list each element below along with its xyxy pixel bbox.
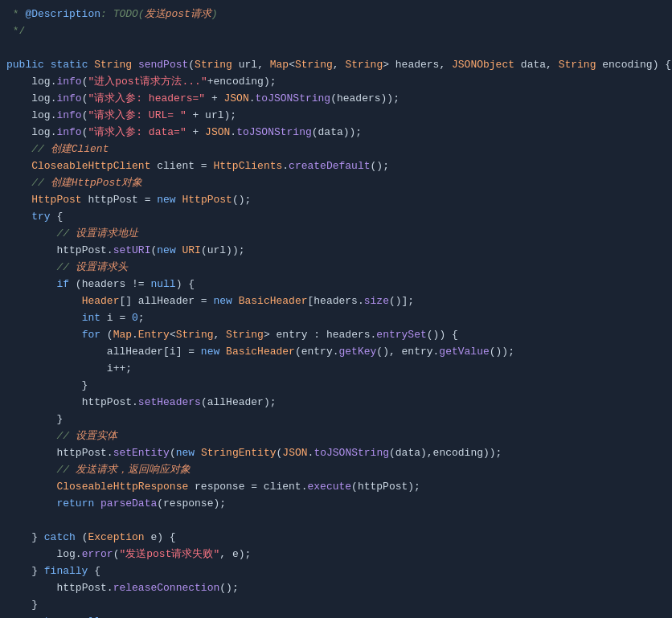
code-line: // 创建HttpPost对象 — [0, 175, 672, 192]
code-line: allHeader[i] = new BasicHeader(entry.get… — [0, 344, 672, 361]
code-line: */ — [0, 23, 672, 40]
code-line: Header[] allHeader = new BasicHeader[hea… — [0, 293, 672, 310]
code-line: if (headers != null) { — [0, 276, 672, 293]
code-line: try { — [0, 209, 672, 226]
code-line: log.info("请求入参: data=" + JSON.toJSONStri… — [0, 125, 672, 141]
code-line: i++; — [0, 361, 672, 378]
code-line: // 设置请求地址 — [0, 226, 672, 243]
code-line: for (Map.Entry<String, String> entry : h… — [0, 327, 672, 344]
code-container: * @Description: TODO(发送post请求) */ public… — [0, 0, 672, 618]
code-line: CloseableHttpClient client = HttpClients… — [0, 158, 672, 175]
code-line — [0, 40, 672, 57]
code-line: log.error("发送post请求失败", e); — [0, 546, 672, 563]
code-line: httpPost.setURI(new URI(url)); — [0, 243, 672, 260]
code-line: public static String sendPost(String url… — [0, 57, 672, 74]
code-line: log.info("进入post请求方法..."+encoding); — [0, 74, 672, 91]
code-line: HttpPost httpPost = new HttpPost(); — [0, 192, 672, 209]
code-line: log.info("请求入参: URL= " + url); — [0, 108, 672, 125]
code-line: } — [0, 597, 672, 614]
code-line: * @Description: TODO(发送post请求) — [0, 6, 672, 23]
code-line: // 设置实体 — [0, 428, 672, 445]
code-line: httpPost.setEntity(new StringEntity(JSON… — [0, 445, 672, 462]
code-line: log.info("请求入参: headers=" + JSON.toJSONS… — [0, 91, 672, 108]
code-line: CloseableHttpResponse response = client.… — [0, 479, 672, 496]
code-line: httpPost.setHeaders(allHeader); — [0, 395, 672, 411]
code-line: httpPost.releaseConnection(); — [0, 580, 672, 597]
code-line: // 设置请求头 — [0, 260, 672, 276]
code-line: // 发送请求，返回响应对象 — [0, 462, 672, 479]
code-line — [0, 513, 672, 530]
code-block: * @Description: TODO(发送post请求) */ public… — [0, 6, 672, 618]
code-line: } finally { — [0, 563, 672, 580]
code-line: return null; — [0, 614, 672, 618]
code-line: } — [0, 411, 672, 428]
code-line: // 创建Client — [0, 141, 672, 158]
code-line: } catch (Exception e) { — [0, 530, 672, 546]
code-line: } — [0, 378, 672, 395]
code-line: return parseData(response); — [0, 496, 672, 513]
code-line: int i = 0; — [0, 310, 672, 327]
